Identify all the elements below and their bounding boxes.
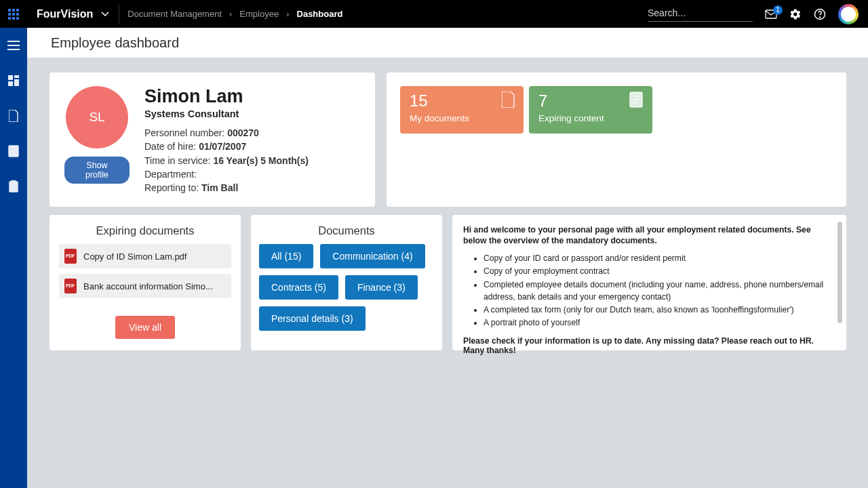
svg-point-11 — [819, 16, 820, 17]
list-item: Copy of your ID card or passport and/or … — [484, 252, 835, 264]
svg-rect-17 — [14, 79, 19, 86]
expiring-content-label: Expiring content — [538, 113, 643, 123]
page-title: Employee dashboard — [51, 35, 179, 51]
my-documents-tile[interactable]: 15 My documents — [400, 86, 524, 134]
document-filter-chip[interactable]: Personal details (3) — [259, 306, 366, 331]
expiring-document-item[interactable]: Bank account information Simo... — [59, 274, 231, 298]
time-in-service-label: Time in service: — [144, 155, 213, 166]
pdf-icon — [64, 249, 77, 264]
personnel-number-value: 000270 — [227, 127, 259, 138]
welcome-intro: Hi and welcome to your personal page wit… — [463, 224, 835, 247]
document-filter-chip[interactable]: All (15) — [259, 244, 313, 268]
svg-rect-24 — [12, 180, 16, 183]
svg-rect-2 — [16, 9, 19, 12]
form-icon[interactable] — [3, 140, 24, 162]
expiring-content-tile[interactable]: 7 Expiring content — [529, 86, 652, 134]
my-documents-count: 15 — [410, 93, 514, 109]
date-of-hire-label: Date of hire: — [144, 141, 199, 152]
expiring-documents-title: Expiring documents — [96, 224, 195, 237]
list-item: Completed employee details document (inc… — [484, 279, 835, 304]
employee-name: Simon Lam — [144, 86, 309, 107]
svg-rect-14 — [7, 49, 20, 50]
divider — [119, 5, 119, 24]
svg-rect-6 — [8, 17, 11, 20]
brand-chevron-down-icon[interactable] — [101, 10, 109, 18]
department-label: Department: — [144, 169, 197, 180]
welcome-message-card: Hi and welcome to your personal page wit… — [452, 215, 846, 350]
chevron-right-icon: › — [286, 9, 289, 19]
date-of-hire-value: 01/07/2007 — [199, 141, 246, 152]
svg-rect-4 — [12, 13, 15, 16]
expiring-content-count: 7 — [538, 93, 643, 109]
summary-tiles-card: 15 My documents 7 Expiring content — [387, 73, 846, 207]
svg-rect-16 — [14, 75, 19, 78]
svg-rect-15 — [8, 75, 13, 80]
settings-gear-icon[interactable] — [789, 8, 802, 20]
reporting-to-value: Tim Ball — [201, 182, 238, 193]
employee-profile-card: SL Show profile Simon Lam Systems Consul… — [50, 73, 375, 207]
document-icon[interactable] — [3, 105, 24, 127]
svg-rect-18 — [8, 81, 13, 86]
pdf-icon — [64, 279, 77, 293]
hamburger-menu-icon[interactable] — [3, 35, 24, 56]
expiring-document-item[interactable]: Copy of ID Simon Lam.pdf — [59, 244, 231, 268]
checklist-icon — [629, 92, 644, 110]
svg-rect-1 — [12, 9, 15, 12]
help-icon[interactable] — [814, 8, 826, 20]
documents-card: Documents All (15) Communication (4) Con… — [251, 215, 442, 350]
documents-title: Documents — [259, 224, 434, 237]
mandatory-documents-list: Copy of your ID card or passport and/or … — [484, 252, 835, 329]
document-name: Copy of ID Simon Lam.pdf — [83, 251, 226, 262]
employee-title: Systems Consultant — [144, 108, 309, 119]
app-launcher-icon[interactable] — [0, 0, 27, 28]
list-item: A completed tax form (only for our Dutch… — [484, 304, 835, 316]
reporting-to-label: Reporting to: — [144, 182, 201, 193]
breadcrumb-item[interactable]: Document Management — [127, 9, 222, 19]
clipboard-icon[interactable] — [3, 176, 24, 197]
breadcrumb-current: Dashboard — [297, 9, 343, 19]
document-icon — [502, 92, 515, 110]
personnel-number-label: Personnel number: — [144, 127, 227, 138]
dashboard-tiles-icon[interactable] — [3, 70, 24, 92]
page-header: Employee dashboard — [27, 28, 868, 58]
content-area: SL Show profile Simon Lam Systems Consul… — [27, 58, 868, 488]
list-item: A portrait photo of yourself — [484, 317, 835, 329]
svg-rect-0 — [8, 9, 11, 12]
top-bar: FourVision Document Management › Employe… — [0, 0, 868, 28]
list-item: Copy of your employment contract — [484, 265, 835, 277]
breadcrumb-item[interactable]: Employee — [239, 9, 279, 19]
left-navigation-rail — [0, 28, 27, 488]
svg-rect-3 — [8, 13, 11, 16]
svg-rect-8 — [16, 17, 19, 20]
scrollbar[interactable] — [837, 222, 842, 323]
notification-badge: 1 — [773, 5, 783, 15]
document-name: Bank account information Simo... — [83, 281, 226, 291]
document-filter-chip[interactable]: Contracts (5) — [259, 275, 338, 300]
expiring-documents-card: Expiring documents Copy of ID Simon Lam.… — [50, 215, 241, 350]
search-input[interactable] — [648, 6, 753, 21]
chevron-right-icon: › — [229, 9, 232, 19]
show-profile-button[interactable]: Show profile — [64, 157, 130, 184]
user-avatar[interactable] — [838, 4, 859, 24]
document-filter-chip[interactable]: Finance (3) — [345, 275, 418, 300]
svg-rect-12 — [7, 41, 20, 42]
view-all-button[interactable]: View all — [115, 316, 175, 339]
svg-rect-13 — [7, 45, 20, 46]
breadcrumb: Document Management › Employee › Dashboa… — [127, 9, 342, 19]
welcome-footer: Please check if your information is up t… — [463, 336, 835, 355]
my-documents-label: My documents — [410, 113, 514, 123]
svg-rect-5 — [16, 13, 19, 16]
svg-rect-7 — [12, 17, 15, 20]
time-in-service-value: 16 Year(s) 5 Month(s) — [213, 155, 309, 166]
employee-avatar: SL — [66, 86, 128, 148]
brand-name[interactable]: FourVision — [37, 8, 93, 20]
messages-icon[interactable]: 1 — [765, 9, 777, 19]
document-filter-chip[interactable]: Communication (4) — [320, 244, 425, 268]
